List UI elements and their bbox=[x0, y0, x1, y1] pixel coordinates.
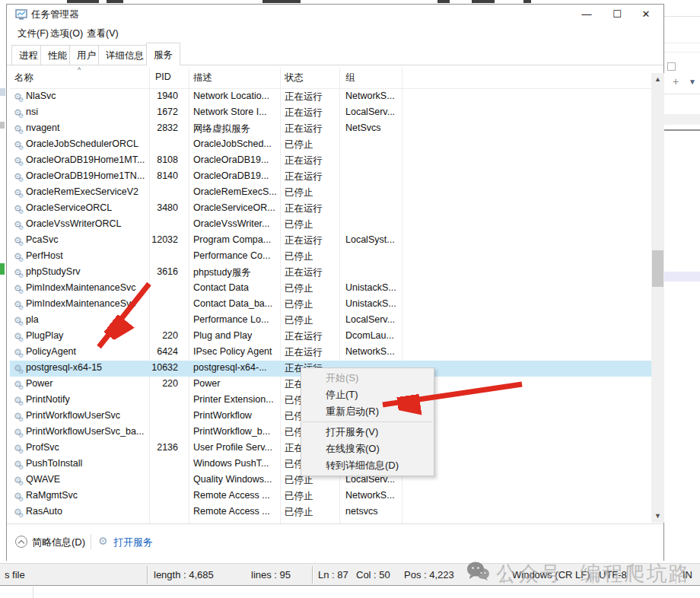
service-gear-icon: ⚙⚙ bbox=[14, 346, 24, 358]
statusbar-ln: Ln : 87 bbox=[318, 569, 348, 581]
service-gear-icon: ⚙⚙ bbox=[14, 410, 24, 422]
service-description: phpstudy服务 bbox=[193, 266, 283, 279]
service-row[interactable]: ⚙⚙ OracleOraDB19Home1TN... 8140 OracleOr… bbox=[10, 169, 651, 185]
service-name: RasAuto bbox=[26, 506, 148, 517]
header-description[interactable]: 描述 bbox=[193, 72, 212, 84]
service-row[interactable]: ⚙⚙ OracleOraDB19Home1MT... 8108 OracleOr… bbox=[10, 153, 651, 169]
service-name: PlugPlay bbox=[26, 330, 148, 341]
window-footer: 简略信息(D) ⚙ 打开服务 bbox=[7, 523, 663, 561]
open-services-link[interactable]: 打开服务 bbox=[113, 536, 153, 549]
service-row[interactable]: ⚙⚙ PlugPlay 220 Plug and Play 正在运行 DcomL… bbox=[10, 329, 651, 345]
service-status: 已停止 bbox=[285, 282, 344, 295]
service-row[interactable]: ⚙⚙ OracleVssWriterORCL OracleVssWriter..… bbox=[10, 217, 651, 233]
context-menu-item[interactable]: 打开服务(V) bbox=[301, 424, 434, 441]
tab-details[interactable]: 详细信息 bbox=[98, 45, 151, 65]
context-menu-item[interactable]: 停止(T) bbox=[301, 386, 434, 403]
service-row[interactable]: ⚙⚙ PerfHost Performance Co... 已停止 bbox=[10, 249, 651, 265]
close-button[interactable]: ✕ bbox=[633, 6, 659, 23]
menu-file[interactable]: 文件(F) bbox=[18, 27, 49, 40]
service-description: Remote Access ... bbox=[193, 506, 283, 517]
service-row[interactable]: ⚙⚙ pla Performance Lo... 已停止 LocalServ..… bbox=[10, 313, 651, 329]
service-gear-icon: ⚙⚙ bbox=[14, 458, 24, 470]
service-row[interactable]: ⚙⚙ OracleJobSchedulerORCL OracleJobSched… bbox=[10, 137, 651, 153]
titlebar[interactable]: 任务管理器 — ☐ ✕ bbox=[7, 5, 663, 24]
service-row[interactable]: ⚙⚙ OracleServiceORCL 3480 OracleServiceO… bbox=[10, 201, 651, 217]
context-menu-item[interactable]: 开始(S) bbox=[301, 370, 434, 386]
statusbar-encoding: UTF-8 bbox=[599, 569, 627, 581]
context-menu-item[interactable]: 在线搜索(O) bbox=[301, 441, 434, 457]
service-name: pla bbox=[26, 314, 148, 325]
service-row[interactable]: ⚙⚙ NlaSvc 1940 Network Locatio... 正在运行 N… bbox=[10, 89, 651, 105]
statusbar-divider bbox=[312, 566, 313, 584]
collapse-details-button[interactable] bbox=[15, 536, 27, 548]
sort-ascending-icon: ^ bbox=[78, 66, 81, 74]
service-status: 已停止 bbox=[285, 138, 344, 151]
service-status: 正在运行 bbox=[285, 122, 344, 135]
service-row[interactable]: ⚙⚙ PcaSvc 12032 Program Compa... 正在运行 Lo… bbox=[10, 233, 651, 249]
service-gear-icon: ⚙⚙ bbox=[14, 186, 24, 199]
scroll-up-icon[interactable]: ▲ bbox=[651, 73, 664, 86]
task-manager-window: 任务管理器 — ☐ ✕ 文件(F) 选项(O) 查看(V) 进程 性能 用户 详… bbox=[6, 4, 664, 561]
service-description: Network Store I... bbox=[193, 107, 283, 117]
service-pid: 2832 bbox=[149, 122, 178, 133]
service-description: OracleVssWriter... bbox=[193, 218, 283, 229]
service-status: 已停止 bbox=[285, 250, 344, 263]
service-description: Contact Data bbox=[193, 282, 283, 293]
list-header: ^ 名称 PID 描述 状态 组 bbox=[10, 68, 651, 88]
service-name: PrintWorkflowUserSvc_ba... bbox=[26, 426, 148, 437]
service-gear-icon: ⚙⚙ bbox=[14, 138, 24, 151]
service-description: OracleRemExecS... bbox=[193, 186, 283, 197]
service-status: 正在运行 bbox=[285, 330, 344, 343]
header-pid[interactable]: PID bbox=[155, 72, 171, 82]
service-row[interactable]: ⚙⚙ PimIndexMaintenanceSvc Contact Data 已… bbox=[10, 281, 651, 297]
service-group: NetworkS... bbox=[345, 490, 406, 501]
service-gear-icon: ⚙⚙ bbox=[14, 474, 24, 486]
header-group[interactable]: 组 bbox=[345, 72, 355, 84]
service-description: 网络虚拟服务 bbox=[193, 122, 283, 135]
service-description: Performance Co... bbox=[193, 250, 283, 261]
header-name[interactable]: 名称 bbox=[14, 72, 33, 84]
service-name: Power bbox=[26, 378, 148, 389]
service-gear-icon: ⚙⚙ bbox=[14, 218, 24, 231]
service-name: nvagent bbox=[26, 122, 148, 133]
service-row[interactable]: ⚙⚙ RaMgmtSvc Remote Access ... 已停止 Netwo… bbox=[10, 488, 651, 504]
collapse-details-label[interactable]: 简略信息(D) bbox=[32, 536, 85, 549]
header-status[interactable]: 状态 bbox=[285, 72, 304, 84]
service-name: postgresql-x64-15 bbox=[26, 362, 148, 373]
service-name: QWAVE bbox=[26, 474, 148, 485]
service-row[interactable]: ⚙⚙ RasAuto Remote Access ... 已停止 netsvcs bbox=[10, 504, 651, 520]
menu-options[interactable]: 选项(O) bbox=[50, 27, 83, 40]
task-manager-icon bbox=[15, 9, 27, 24]
service-row[interactable]: ⚙⚙ PimIndexMaintenanceSvc Contact Data_b… bbox=[10, 297, 651, 313]
background-window-line bbox=[664, 94, 700, 94]
service-pid: 10632 bbox=[149, 362, 178, 373]
service-pid: 6424 bbox=[149, 346, 178, 357]
service-row[interactable]: ⚙⚙ nvagent 2832 网络虚拟服务 正在运行 NetSvcs bbox=[10, 121, 651, 137]
menu-view[interactable]: 查看(V) bbox=[87, 27, 119, 40]
context-menu-item[interactable]: 重新启动(R) bbox=[301, 403, 434, 420]
scrollbar-thumb[interactable] bbox=[652, 250, 663, 287]
maximize-button[interactable]: ☐ bbox=[604, 6, 630, 23]
service-status: 已停止 bbox=[285, 298, 344, 311]
service-description: Plug and Play bbox=[193, 330, 283, 341]
context-menu-item[interactable]: 转到详细信息(D) bbox=[301, 457, 434, 474]
service-row[interactable]: ⚙⚙ PolicyAgent 6424 IPsec Policy Agent 正… bbox=[10, 345, 651, 361]
service-gear-icon: ⚙⚙ bbox=[14, 202, 24, 215]
service-status: 正在运行 bbox=[285, 91, 344, 103]
scrollbar[interactable]: ▲ ▼ bbox=[651, 73, 664, 523]
context-menu-separator bbox=[303, 421, 432, 422]
tab-services[interactable]: 服务 bbox=[146, 43, 180, 65]
service-gear-icon: ⚙⚙ bbox=[14, 170, 24, 183]
background-window-line bbox=[664, 16, 700, 17]
background-artifact bbox=[262, 0, 301, 3]
scroll-down-icon[interactable]: ▼ bbox=[651, 510, 664, 523]
minimize-button[interactable]: — bbox=[574, 6, 600, 23]
service-name: PrintNotify bbox=[26, 394, 148, 405]
service-description: OracleServiceOR... bbox=[193, 202, 283, 213]
statusbar-divider bbox=[593, 566, 593, 584]
service-row[interactable]: ⚙⚙ phpStudySrv 3616 phpstudy服务 正在运行 bbox=[10, 265, 651, 281]
background-artifact bbox=[33, 587, 33, 598]
service-row[interactable]: ⚙⚙ nsi 1672 Network Store I... 正在运行 Loca… bbox=[10, 105, 651, 121]
service-pid: 3480 bbox=[149, 202, 178, 213]
service-row[interactable]: ⚙⚙ OracleRemExecServiceV2 OracleRemExecS… bbox=[10, 185, 651, 201]
